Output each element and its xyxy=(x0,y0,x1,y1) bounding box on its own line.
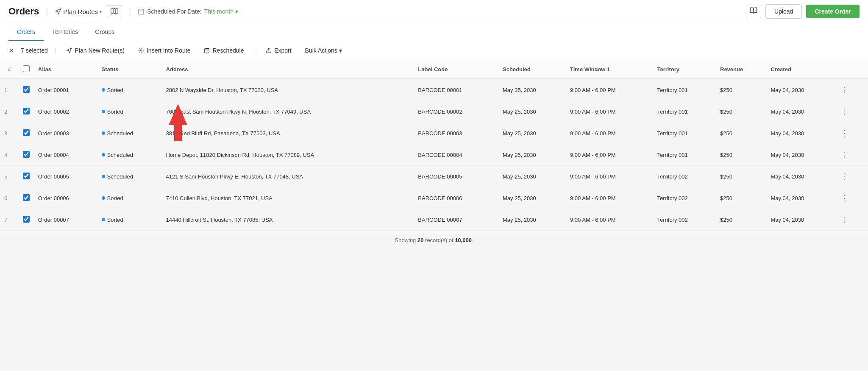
col-checkbox xyxy=(19,60,34,79)
row-checkbox-cell-4 xyxy=(19,144,34,166)
row-more-4: ⋮ xyxy=(834,144,868,166)
export-label: Export xyxy=(274,47,291,54)
row-num-2: 2 xyxy=(0,101,19,123)
row-checkbox-cell-6 xyxy=(19,187,34,209)
map-view-button[interactable] xyxy=(107,5,122,18)
reschedule-button[interactable]: Reschedule xyxy=(200,45,247,56)
row-num-4: 4 xyxy=(0,144,19,166)
row-more-button-6[interactable]: ⋮ xyxy=(838,192,851,204)
bulk-actions-chevron: ▾ xyxy=(339,47,342,54)
bulk-actions-label: Bulk Actions xyxy=(305,47,337,54)
row-time-window-1: 9:00 AM - 6:00 PM xyxy=(566,79,653,101)
row-num-3: 3 xyxy=(0,123,19,144)
col-actions xyxy=(834,60,868,79)
orders-table: # Alias Status Address Label Code Schedu… xyxy=(0,60,868,231)
row-revenue-4: $250 xyxy=(716,144,766,166)
row-created-6: May 04, 2030 xyxy=(766,187,834,209)
row-more-button-7[interactable]: ⋮ xyxy=(838,214,851,225)
plan-routes-label: Plan Routes xyxy=(63,8,98,15)
row-label-code-6: BARCODE 00006 xyxy=(414,187,498,209)
status-dot-6: Sorted xyxy=(102,195,123,201)
plan-routes-chevron: ▾ xyxy=(100,9,102,14)
row-alias-3: Order 00003 xyxy=(34,123,97,144)
row-checkbox-4[interactable] xyxy=(23,151,30,158)
top-bar: Orders | Plan Routes ▾ | Scheduled For D… xyxy=(0,0,868,23)
row-checkbox-2[interactable] xyxy=(23,108,30,114)
select-all-checkbox[interactable] xyxy=(23,65,30,72)
row-created-4: May 04, 2030 xyxy=(766,144,834,166)
insert-route-icon xyxy=(138,47,144,53)
row-checkbox-cell-5 xyxy=(19,166,34,187)
row-status-1: Sorted xyxy=(97,79,162,101)
calendar-icon xyxy=(138,8,145,15)
tab-territories[interactable]: Territories xyxy=(44,23,86,41)
row-territory-5: Territory 002 xyxy=(653,166,716,187)
row-alias-4: Order 00004 xyxy=(34,144,97,166)
map-icon xyxy=(111,7,118,15)
tab-orders[interactable]: Orders xyxy=(8,23,44,41)
row-status-2: Sorted xyxy=(97,101,162,123)
row-more-button-1[interactable]: ⋮ xyxy=(838,84,851,95)
row-alias-7: Order 00007 xyxy=(34,209,97,231)
row-more-5: ⋮ xyxy=(834,166,868,187)
col-address: Address xyxy=(162,60,414,79)
action-bar: ✕ 7 selected | Plan New Route(s) Insert … xyxy=(0,41,868,60)
selected-count: 7 selected xyxy=(21,47,48,54)
row-more-7: ⋮ xyxy=(834,209,868,231)
table-row: 7 Order 00007 Sorted 14440 Hillcroft St,… xyxy=(0,209,868,231)
row-more-button-2[interactable]: ⋮ xyxy=(838,106,851,117)
plan-new-routes-button[interactable]: Plan New Route(s) xyxy=(63,45,128,56)
row-created-2: May 04, 2030 xyxy=(766,101,834,123)
footer-count: 20 xyxy=(417,237,423,243)
plan-route-icon xyxy=(66,47,72,53)
book-icon-button[interactable] xyxy=(746,5,761,18)
footer-total: 10,000 xyxy=(455,237,472,243)
row-more-button-3[interactable]: ⋮ xyxy=(838,128,851,139)
create-order-button[interactable]: Create Order xyxy=(806,5,860,18)
row-checkbox-1[interactable] xyxy=(23,86,30,93)
table-row: 2 Order 00002 Sorted 7600 East Sam Houst… xyxy=(0,101,868,123)
col-label-code: Label Code xyxy=(414,60,498,79)
footer-showing-text: Showing xyxy=(395,237,417,243)
row-checkbox-cell-7 xyxy=(19,209,34,231)
scheduled-date: Scheduled For Date: This month ▾ xyxy=(138,8,238,15)
plan-routes-button[interactable]: Plan Routes ▾ xyxy=(55,8,102,15)
top-bar-right: Upload Create Order xyxy=(746,4,860,19)
export-button[interactable]: Export xyxy=(262,45,295,56)
upload-button[interactable]: Upload xyxy=(765,4,802,19)
row-checkbox-6[interactable] xyxy=(23,194,30,201)
row-more-button-5[interactable]: ⋮ xyxy=(838,171,851,182)
row-more-button-4[interactable]: ⋮ xyxy=(838,149,851,160)
row-created-1: May 04, 2030 xyxy=(766,79,834,101)
table-header-row: # Alias Status Address Label Code Schedu… xyxy=(0,60,868,79)
tab-groups[interactable]: Groups xyxy=(86,23,123,41)
insert-into-route-button[interactable]: Insert Into Route xyxy=(135,45,194,56)
scheduled-value[interactable]: This month ▾ xyxy=(204,8,238,15)
row-checkbox-5[interactable] xyxy=(23,173,30,179)
row-created-5: May 04, 2030 xyxy=(766,166,834,187)
status-dot-4: Scheduled xyxy=(102,152,133,158)
row-scheduled-1: May 25, 2030 xyxy=(498,79,566,101)
row-time-window-5: 9:00 AM - 6:00 PM xyxy=(566,166,653,187)
table-row: 4 Order 00004 Scheduled Home Depot, 1182… xyxy=(0,144,868,166)
row-checkbox-3[interactable] xyxy=(23,129,30,136)
row-status-5: Scheduled xyxy=(97,166,162,187)
row-revenue-5: $250 xyxy=(716,166,766,187)
row-alias-1: Order 00001 xyxy=(34,79,97,101)
row-more-3: ⋮ xyxy=(834,123,868,144)
col-num: # xyxy=(0,60,19,79)
bulk-actions-button[interactable]: Bulk Actions ▾ xyxy=(302,45,345,56)
route-icon xyxy=(55,8,61,15)
row-created-3: May 04, 2030 xyxy=(766,123,834,144)
divider-2: | xyxy=(129,7,131,17)
table-body: 1 Order 00001 Sorted 2802 N Wayside Dr, … xyxy=(0,79,868,231)
row-checkbox-7[interactable] xyxy=(23,216,30,223)
row-status-4: Scheduled xyxy=(97,144,162,166)
row-checkbox-cell-3 xyxy=(19,123,34,144)
dot-6 xyxy=(102,196,105,200)
action-bar-divider: | xyxy=(55,47,56,54)
close-selection-button[interactable]: ✕ xyxy=(8,47,14,55)
row-address-1: 2802 N Wayside Dr, Houston, TX 77020, US… xyxy=(162,79,414,101)
row-num-7: 7 xyxy=(0,209,19,231)
row-time-window-2: 9:00 AM - 6:00 PM xyxy=(566,101,653,123)
